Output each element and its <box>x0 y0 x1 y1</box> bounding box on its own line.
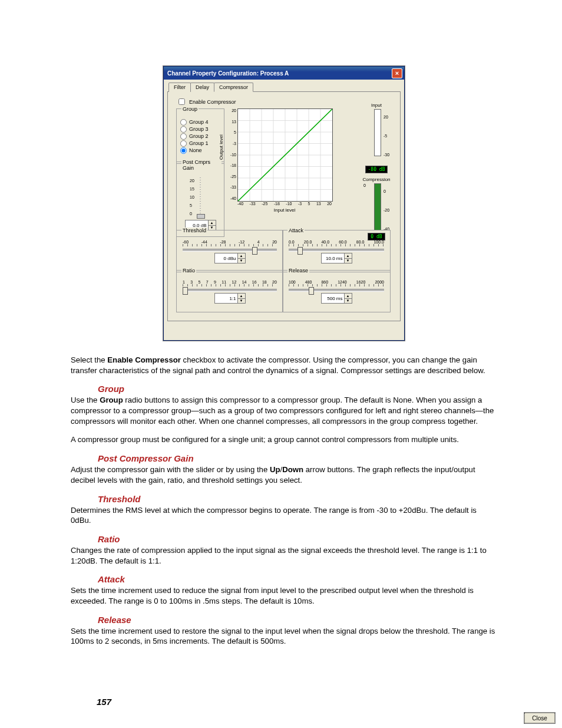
group-fieldset: Group Group 4Group 3Group 2Group 1None <box>176 108 224 164</box>
ratio-spinner[interactable]: ▲▼ <box>238 293 246 304</box>
close-button[interactable]: Close <box>524 713 555 723</box>
enable-compressor-input[interactable] <box>178 98 185 105</box>
group-paragraph-2: A compressor group must be configured fo… <box>71 434 497 445</box>
release-input[interactable] <box>321 293 345 304</box>
attack-legend: Attack <box>287 228 305 233</box>
attack-spinner[interactable]: ▲▼ <box>345 253 352 263</box>
dialog-title: Channel Property Configuration: Process … <box>167 70 392 77</box>
ratio-slider[interactable] <box>183 289 277 292</box>
page-number: 157 <box>97 697 111 707</box>
attack-slider[interactable] <box>289 249 384 252</box>
post-gain-spinner[interactable]: ▲▼ <box>209 220 216 230</box>
graph-y-axis-label: Output level <box>219 134 224 160</box>
group-radio[interactable] <box>180 140 187 147</box>
input-meter-readout: -80 dB <box>365 166 388 173</box>
group-radio[interactable] <box>180 126 187 133</box>
tab-delay[interactable]: Delay <box>190 83 214 92</box>
heading-attack: Attack <box>98 574 497 584</box>
group-option[interactable]: Group 4 <box>180 118 220 126</box>
post-gain-fieldset: Post Cmprs Gain 20151050 ▲▼ <box>176 162 224 237</box>
release-spinner[interactable]: ▲▼ <box>345 293 352 304</box>
ratio-legend: Ratio <box>181 268 196 274</box>
group-option[interactable]: Group 2 <box>180 133 220 140</box>
group-option[interactable]: None <box>180 147 220 154</box>
threshold-slider[interactable] <box>183 249 277 252</box>
meter-input-label: Input <box>355 103 398 108</box>
dialog-titlebar: Channel Property Configuration: Process … <box>164 67 404 80</box>
attack-paragraph: Sets the time increment used to reduce t… <box>71 585 497 606</box>
compressor-graph: Output level 20135-3-10-18-25-33-40 <box>224 108 332 211</box>
group-legend: Group <box>181 106 199 112</box>
group-option-label: None <box>189 147 202 153</box>
chevron-down-icon[interactable]: ▼ <box>345 299 352 304</box>
close-icon[interactable]: × <box>392 68 402 78</box>
dialog-window: Channel Property Configuration: Process … <box>163 66 405 341</box>
group-option-label: Group 2 <box>189 133 209 139</box>
release-paragraph: Sets the time increment used to restore … <box>71 626 497 647</box>
group-option-label: Group 4 <box>189 119 209 125</box>
release-fieldset: Release 100480860124016202000 ▲▼ <box>282 270 391 312</box>
heading-threshold: Threshold <box>98 494 497 504</box>
attack-input[interactable] <box>321 253 345 263</box>
meter-compression-left-tick: 0 <box>363 183 366 187</box>
meter-compression-label: Compression <box>355 177 398 182</box>
threshold-spinner[interactable]: ▲▼ <box>238 253 246 263</box>
chevron-up-icon[interactable]: ▲ <box>238 294 245 299</box>
threshold-input[interactable] <box>214 253 238 263</box>
dialog-tabs: Filter Delay Compressor <box>167 82 401 92</box>
chevron-up-icon[interactable]: ▲ <box>209 220 216 226</box>
graph-x-axis-label: Input level <box>237 207 332 213</box>
attack-fieldset: Attack 0.020.040.060.080.0100.0 ▲▼ <box>282 230 391 272</box>
chevron-up-icon[interactable]: ▲ <box>345 253 352 259</box>
group-option-label: Group 3 <box>189 126 209 132</box>
threshold-paragraph: Determines the RMS level at which the co… <box>71 505 497 526</box>
ratio-fieldset: Ratio 13579111214161820 ▲▼ <box>176 270 283 312</box>
threshold-fieldset: Threshold -60-44-28-12420 ▲▼ <box>176 230 283 272</box>
threshold-legend: Threshold <box>181 228 207 233</box>
heading-release: Release <box>98 615 497 625</box>
compression-meter <box>374 183 381 230</box>
group-radio[interactable] <box>180 133 187 140</box>
tab-compressor[interactable]: Compressor <box>214 83 253 92</box>
heading-post-gain: Post Compressor Gain <box>98 453 497 463</box>
release-slider[interactable] <box>289 289 384 292</box>
post-gain-slider[interactable] <box>197 177 204 219</box>
group-option[interactable]: Group 1 <box>180 140 220 147</box>
compressor-panel: Enable Compressor Group Group 4Group 3Gr… <box>167 92 401 321</box>
chevron-up-icon[interactable]: ▲ <box>238 253 245 259</box>
group-option[interactable]: Group 3 <box>180 126 220 133</box>
group-option-label: Group 1 <box>189 140 209 146</box>
intro-paragraph: Select the Enable Compressor checkbox to… <box>71 355 497 375</box>
chevron-down-icon[interactable]: ▼ <box>238 299 245 304</box>
release-legend: Release <box>287 268 309 274</box>
group-paragraph-1: Use the Group radio buttons to assign th… <box>71 395 497 426</box>
group-radio[interactable] <box>180 119 187 126</box>
chevron-down-icon[interactable]: ▼ <box>345 259 352 263</box>
meters-panel: Input 20-5-30 -80 dB Compression 0 <box>355 103 398 226</box>
chevron-down-icon[interactable]: ▼ <box>238 259 245 263</box>
post-gain-legend: Post Cmprs Gain <box>181 159 222 171</box>
chevron-up-icon[interactable]: ▲ <box>345 294 352 299</box>
enable-compressor-label: Enable Compressor <box>189 99 236 105</box>
ratio-paragraph: Changes the rate of compression applied … <box>71 545 497 566</box>
heading-group: Group <box>98 384 497 394</box>
input-meter <box>374 109 381 156</box>
post-gain-paragraph: Adjust the compressor gain with the slid… <box>71 465 497 485</box>
chevron-down-icon[interactable]: ▼ <box>209 226 216 230</box>
ratio-input[interactable] <box>214 293 238 304</box>
group-radio[interactable] <box>180 147 187 154</box>
heading-ratio: Ratio <box>98 534 497 544</box>
tab-filter[interactable]: Filter <box>168 83 191 92</box>
